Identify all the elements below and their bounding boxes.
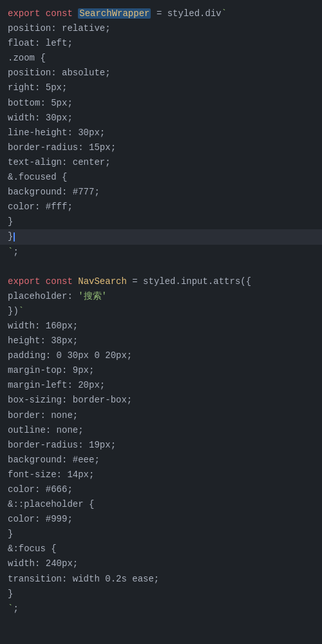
code-line: width: 240px;	[0, 556, 322, 571]
code-line: }	[0, 527, 322, 542]
code-line: background: #777;	[0, 185, 322, 200]
code-line: margin-left: 20px;	[0, 378, 322, 393]
code-line: text-align: center;	[0, 155, 322, 170]
code-line: padding: 0 30px 0 20px;	[0, 348, 322, 363]
code-line: border-radius: 15px;	[0, 140, 322, 155]
code-line: width: 30px;	[0, 111, 322, 126]
keyword-const: const	[46, 8, 73, 19]
keyword-export: export	[8, 8, 40, 19]
code-line: color: #666;	[0, 482, 322, 497]
code-line: &.focused {	[0, 170, 322, 185]
code-line: margin-top: 9px;	[0, 363, 322, 378]
component-name-searchwrapper: SearchWrapper	[78, 8, 151, 19]
focused-keyword: focused	[19, 172, 57, 182]
code-line: position: absolute;	[0, 66, 322, 80]
code-line: &::placeholder {	[0, 497, 322, 512]
code-line: export const SearchWrapper = styled.div`	[0, 6, 322, 21]
component-name-navsearch: NavSearch	[78, 276, 127, 287]
code-line: width: 160px;	[0, 319, 322, 334]
code-line: &:focus {	[0, 542, 322, 556]
code-line: font-size: 14px;	[0, 468, 322, 482]
code-line: border-radius: 19px;	[0, 438, 322, 453]
code-line: outline: none;	[0, 423, 322, 438]
code-line: float: left;	[0, 36, 322, 51]
code-line: placeholder: '搜索'	[0, 289, 322, 304]
code-line: .zoom {	[0, 51, 322, 66]
code-line: `;	[0, 245, 322, 260]
cursor	[14, 232, 15, 242]
code-line: export const NavSearch = styled.input.at…	[0, 274, 322, 289]
empty-line	[0, 260, 322, 274]
code-section-1: export const SearchWrapper = styled.div`…	[0, 6, 322, 260]
code-editor: export const SearchWrapper = styled.div`…	[0, 0, 322, 644]
code-line: border: none;	[0, 408, 322, 423]
code-line: background: #eee;	[0, 453, 322, 468]
code-line: `;	[0, 601, 322, 616]
code-section-2: export const NavSearch = styled.input.at…	[0, 274, 322, 616]
code-line: box-sizing: border-box;	[0, 393, 322, 408]
code-line-highlighted: }	[0, 229, 322, 244]
code-line: })`	[0, 304, 322, 319]
code-line: transition: width 0.2s ease;	[0, 572, 322, 587]
keyword-const-2: const	[46, 276, 73, 287]
code-line: position: relative;	[0, 21, 322, 36]
code-line: color: #fff;	[0, 200, 322, 214]
code-line: height: 38px;	[0, 334, 322, 348]
code-line: bottom: 5px;	[0, 96, 322, 111]
code-line: right: 5px;	[0, 80, 322, 95]
code-line: color: #999;	[0, 512, 322, 527]
code-line: }	[0, 587, 322, 601]
code-line: }	[0, 214, 322, 229]
keyword-export-2: export	[8, 276, 40, 287]
placeholder-value: '搜索'	[78, 291, 107, 301]
code-line: line-height: 30px;	[0, 126, 322, 140]
